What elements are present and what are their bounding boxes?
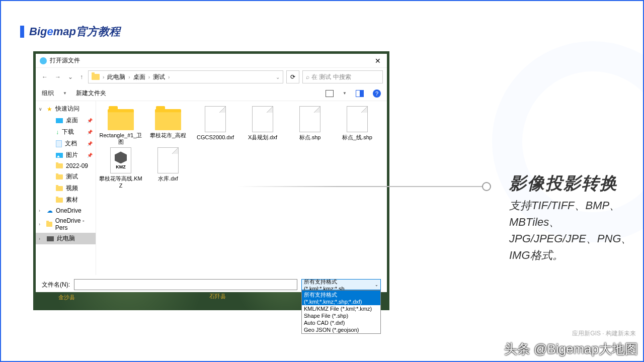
sidebar-item[interactable]: ›OneDrive - Pers: [36, 216, 96, 233]
newfolder-button[interactable]: 新建文件夹: [76, 89, 106, 98]
watermark: 头条 @Bigemap大地图: [504, 340, 638, 358]
sidebar-item[interactable]: ›☁OneDrive: [36, 206, 96, 216]
sidebar-item[interactable]: 图片📌: [36, 149, 96, 161]
nav-back-icon[interactable]: ←: [40, 72, 50, 81]
filetype-dropdown: 所有支持格式(*.kml;*.kmz;*.shp;*.dxf)KML/KMZ F…: [301, 290, 381, 334]
sidebar-item[interactable]: 文档📌: [36, 138, 96, 149]
sidebar-item[interactable]: ∨★快速访问: [36, 103, 96, 115]
header-title: Bigemap官方教程: [29, 24, 120, 39]
nav-row: ← → ⌄ ↑ › 此电脑› 桌面› 测试› ⌄ ⟳ ⌕ 在 测试 中搜索: [36, 68, 387, 86]
folder-icon: [92, 74, 100, 80]
file-item[interactable]: 攀枝花市_高程: [146, 106, 190, 145]
refresh-button[interactable]: ⟳: [286, 70, 299, 83]
help-icon[interactable]: ?: [373, 89, 381, 98]
header-accent: [20, 26, 24, 38]
app-icon: [40, 57, 47, 64]
search-input[interactable]: ⌕ 在 测试 中搜索: [302, 70, 383, 83]
sidebar-item[interactable]: 2022-09: [36, 161, 96, 171]
filetype-combo[interactable]: 所有支持格式(*.kml;*.kmz;*.sh ⌄ 所有支持格式(*.kml;*…: [301, 279, 381, 290]
page-header: Bigemap官方教程: [20, 24, 120, 39]
chevron-down-icon: ⌄: [375, 283, 378, 287]
map-label: 石阡县: [209, 293, 226, 300]
filetype-option[interactable]: 所有支持格式(*.kml;*.kmz;*.shp;*.dxf): [302, 291, 380, 305]
file-item[interactable]: CGCS2000.dxf: [194, 106, 237, 145]
annotation-panel: 影像投影转换 支持TIF/TIFF、BMP、MBTiles、JPG/JPEG/J…: [509, 172, 644, 263]
view-mode-icon[interactable]: [326, 90, 334, 97]
footer-tagline: 应用新GIS · 构建新未来: [572, 329, 636, 338]
file-item[interactable]: X县规划.dxf: [241, 106, 284, 145]
file-item[interactable]: KMZ攀枝花等高线.KMZ: [99, 147, 142, 189]
sidebar-item[interactable]: ›此电脑: [36, 233, 96, 244]
close-icon[interactable]: ✕: [373, 57, 383, 65]
organize-button[interactable]: 组织: [42, 89, 54, 98]
sidebar-item[interactable]: 素材: [36, 194, 96, 206]
filetype-option[interactable]: Shape File (*.shp): [302, 312, 380, 319]
filename-input[interactable]: [74, 279, 297, 290]
filetype-option[interactable]: Geo JSON (*.geojson): [302, 326, 380, 333]
annotation-dot: [482, 182, 491, 191]
breadcrumb[interactable]: › 此电脑› 桌面› 测试› ⌄: [88, 70, 283, 83]
file-item[interactable]: 水库.dxf: [146, 147, 190, 189]
annotation-connector: [237, 186, 485, 187]
file-item[interactable]: Rectangle_#1_卫图: [99, 106, 142, 145]
dialog-footer: 文件名(N): 所有支持格式(*.kml;*.kmz;*.sh ⌄ 所有支持格式…: [36, 275, 387, 292]
sidebar-item[interactable]: 视频: [36, 183, 96, 194]
file-open-dialog: 打开源文件 ✕ ← → ⌄ ↑ › 此电脑› 桌面› 测试› ⌄ ⟳ ⌕ 在 测…: [36, 54, 387, 292]
nav-recent-icon[interactable]: ⌄: [66, 72, 75, 81]
filetype-option[interactable]: Auto CAD (*.dxf): [302, 319, 380, 326]
sidebar-item[interactable]: ↓下载📌: [36, 126, 96, 138]
dialog-titlebar: 打开源文件 ✕: [36, 54, 387, 68]
nav-fwd-icon[interactable]: →: [53, 72, 63, 81]
dialog-title: 打开源文件: [50, 56, 80, 65]
annotation-body: 支持TIF/TIFF、BMP、MBTiles、JPG/JPEG/JPE、PNG、…: [509, 197, 644, 263]
search-icon: ⌕: [306, 73, 309, 80]
annotation-title: 影像投影转换: [509, 172, 644, 195]
file-item[interactable]: 标点_线.shp: [336, 106, 379, 145]
nav-up-icon[interactable]: ↑: [78, 72, 85, 81]
filename-label: 文件名(N):: [42, 281, 70, 289]
sidebar: ∨★快速访问桌面📌↓下载📌文档📌图片📌2022-09测试视频素材›☁OneDri…: [36, 101, 96, 275]
sidebar-item[interactable]: 桌面📌: [36, 115, 96, 126]
file-item[interactable]: 标点.shp: [288, 106, 332, 145]
file-grid: Rectangle_#1_卫图攀枝花市_高程CGCS2000.dxfX县规划.d…: [96, 101, 387, 275]
dialog-toolbar: 组织▼ 新建文件夹 ▼ ?: [36, 86, 387, 101]
filetype-option[interactable]: KML/KMZ File (*.kml;*.kmz): [302, 305, 380, 312]
map-label: 金沙县: [58, 294, 75, 301]
preview-pane-icon[interactable]: [356, 90, 364, 97]
sidebar-item[interactable]: 测试: [36, 171, 96, 183]
